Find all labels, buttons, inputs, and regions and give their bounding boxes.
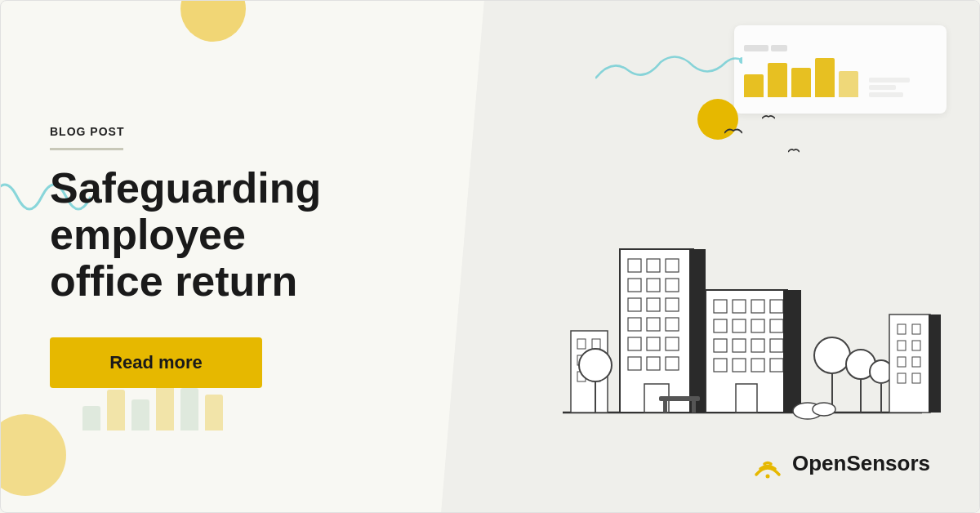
category-label: BLOG POST xyxy=(50,125,458,138)
read-more-button[interactable]: Read more xyxy=(50,337,262,388)
svg-point-50 xyxy=(579,349,612,381)
logo-text: OpenSensors xyxy=(792,451,930,476)
svg-point-72 xyxy=(765,475,769,479)
building-illustration xyxy=(538,151,947,465)
svg-rect-62 xyxy=(889,314,930,413)
svg-rect-30 xyxy=(706,290,787,413)
bird-icon-1 xyxy=(724,127,742,142)
label-underline xyxy=(50,148,123,150)
left-content-area: BLOG POST Safeguarding employee office r… xyxy=(50,1,458,512)
line-chart-decoration xyxy=(595,46,742,98)
signal-icon xyxy=(750,445,786,481)
bird-icon-3 xyxy=(788,144,800,158)
svg-rect-53 xyxy=(692,401,696,413)
svg-rect-51 xyxy=(659,396,700,401)
svg-point-61 xyxy=(813,403,835,416)
dashboard-decoration xyxy=(734,25,947,114)
svg-rect-29 xyxy=(689,249,706,413)
blog-title: Safeguarding employee office return xyxy=(50,165,409,306)
opensensors-logo: OpenSensors xyxy=(750,445,930,481)
svg-rect-71 xyxy=(929,314,941,413)
svg-point-55 xyxy=(814,337,850,373)
right-content-area: OpenSensors xyxy=(440,1,979,513)
svg-rect-47 xyxy=(783,290,801,413)
svg-rect-52 xyxy=(663,401,667,413)
blog-post-card: BLOG POST Safeguarding employee office r… xyxy=(0,0,980,513)
bird-icon-2 xyxy=(762,111,775,126)
